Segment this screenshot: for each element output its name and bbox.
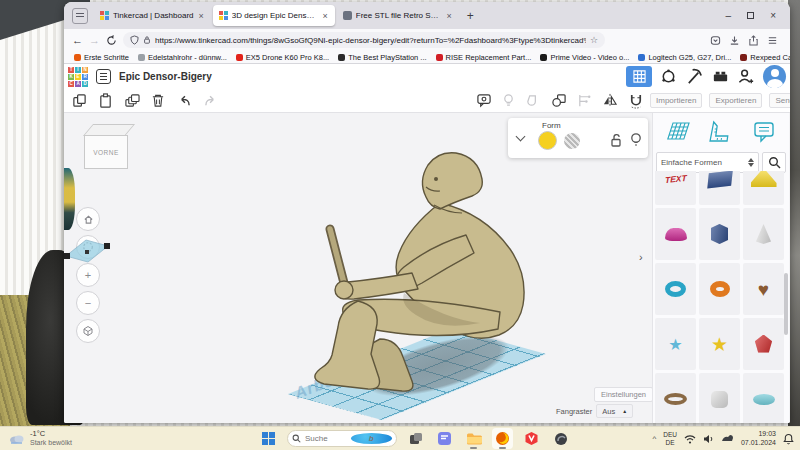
codeblocks-pick-icon[interactable] [685,67,704,86]
shape-tile-polygon[interactable] [699,208,740,260]
chat-app-button[interactable] [434,428,455,449]
ruler-tool-icon[interactable] [708,120,734,144]
keyboard-language[interactable]: DEUDE [663,431,677,447]
align-icon[interactable] [577,93,592,108]
bookmark-item[interactable]: RISE Replacement Part... [436,53,532,62]
bookmark-star-icon[interactable]: ☆ [590,35,598,45]
notes-tool-icon[interactable] [751,120,777,144]
tray-app-icon[interactable] [721,434,734,443]
selected-mini-workplane[interactable] [64,237,114,267]
shape-tile-icosahedron[interactable] [743,318,784,370]
tinkercad-logo[interactable]: TIN KER CAD [68,67,88,87]
panel-scrollbar[interactable] [784,273,788,335]
shape-tile-roof[interactable] [743,171,784,205]
shape-tile-cone[interactable] [743,208,784,260]
tab-close-icon[interactable]: × [446,11,453,21]
import-button[interactable]: Importieren [650,93,702,108]
brick-icon[interactable] [711,67,730,86]
share-icon[interactable] [748,35,759,46]
file-explorer-button[interactable] [463,428,484,449]
shape-tile-heart[interactable]: ♥ [743,263,784,315]
notification-bell-icon[interactable] [783,433,794,445]
maximize-button[interactable] [747,12,754,19]
center-handle[interactable] [85,250,89,254]
tab-close-icon[interactable]: × [198,11,205,21]
copy-icon[interactable] [72,93,87,108]
3d-designs-button[interactable] [626,66,652,87]
forward-button[interactable]: → [89,34,100,46]
lock-open-icon[interactable] [610,133,623,148]
lock-icon[interactable] [143,35,151,45]
transparent-swatch[interactable] [564,133,580,149]
show-all-bulb-icon[interactable] [502,93,515,108]
solid-color-swatch[interactable] [538,131,557,150]
task-view-button[interactable] [405,428,426,449]
shape-tile-star[interactable]: ★ [655,318,696,370]
shape-tile-paraboloid[interactable] [655,208,696,260]
shape-tile-torus-thick[interactable] [699,263,740,315]
tab-close-icon[interactable]: × [322,11,329,21]
vivaldi-button[interactable] [521,428,542,449]
download-icon[interactable] [729,35,740,46]
circuits-icon[interactable] [659,67,678,86]
flip-mirror-icon[interactable] [602,93,618,108]
new-tab-button[interactable]: + [461,9,480,23]
clock-widget[interactable]: 19:0307.01.2024 [741,430,776,448]
shape-search-button[interactable] [762,152,786,173]
start-button[interactable] [258,428,279,449]
export-button[interactable]: Exportieren [709,93,762,108]
paste-icon[interactable] [98,93,113,108]
shape-tile-lens[interactable] [743,373,784,423]
minimize-button[interactable]: – [726,10,732,21]
shape-tile-ring[interactable] [655,373,696,423]
3d-viewport[interactable]: Arbeitsebene [64,113,790,423]
group-icon[interactable] [551,93,567,108]
user-avatar[interactable] [763,65,786,88]
scale-handle[interactable] [104,243,110,249]
classes-person-icon[interactable] [737,67,756,86]
url-bar[interactable]: https://www.tinkercad.com/things/8wGsoGf… [123,32,605,48]
shield-icon[interactable] [130,35,139,45]
wifi-icon[interactable] [684,434,696,444]
tab-3d-design-active[interactable]: 3D design Epic Densor-Bigery × [213,5,335,26]
pocket-icon[interactable] [710,35,721,46]
view-cube[interactable]: VORNE [84,124,134,172]
panel-collapse-button[interactable]: › [639,251,643,263]
reload-icon[interactable] [106,35,117,46]
bing-icon[interactable]: b [351,433,393,444]
workplane-tool-icon[interactable] [665,120,691,144]
zoom-out-button[interactable]: − [76,291,100,315]
bookmark-item[interactable]: Prime Video - Video o... [540,53,629,62]
back-button[interactable]: ← [72,34,83,46]
shape-tile-box[interactable] [699,171,740,205]
taskbar-search[interactable]: Suche b [287,430,397,447]
duplicate-icon[interactable] [124,93,140,108]
speaker-icon[interactable] [703,434,714,444]
tab-free-stl[interactable]: Free STL file Retro Space Man × [337,5,459,26]
snap-grid-dropdown[interactable]: Aus ▲ [596,404,633,418]
magnet-snap-icon[interactable] [628,93,644,109]
shape-tile-star-thick[interactable]: ★ [699,318,740,370]
scale-handle[interactable] [64,253,70,259]
bookmark-item[interactable]: Logitech G25, G27, Dri... [638,53,731,62]
shape-tile-text[interactable]: TEXT [655,171,696,205]
settings-button[interactable]: Einstellungen [594,387,653,402]
send-to-button[interactable]: Senden an [769,93,790,108]
view-cube-front-face[interactable]: VORNE [84,135,128,169]
collapse-chevron-icon[interactable] [516,132,526,142]
group-disabled-icon[interactable] [525,93,541,108]
bookmark-item[interactable]: The Best PlayStation ... [338,53,426,62]
offcanvas-colored-object[interactable] [64,168,75,230]
close-button[interactable]: × [770,10,776,21]
undo-icon[interactable] [176,94,192,108]
firefox-button[interactable] [492,428,513,449]
bookmark-item[interactable]: EX5 Drone K60 Pro K8... [236,53,329,62]
redo-icon[interactable] [203,94,219,108]
weather-widget[interactable]: -1°C Stark bewölkt [0,430,150,447]
notes-comment-icon[interactable] [476,93,492,108]
seated-figure-model[interactable] [284,143,554,413]
tab-tinkercad-dashboard[interactable]: Tinkercad | Dashboard × [94,5,211,26]
shape-tile-torus[interactable] [655,263,696,315]
tab-list-icon[interactable] [72,8,88,24]
shape-tile-dice[interactable] [699,373,740,423]
